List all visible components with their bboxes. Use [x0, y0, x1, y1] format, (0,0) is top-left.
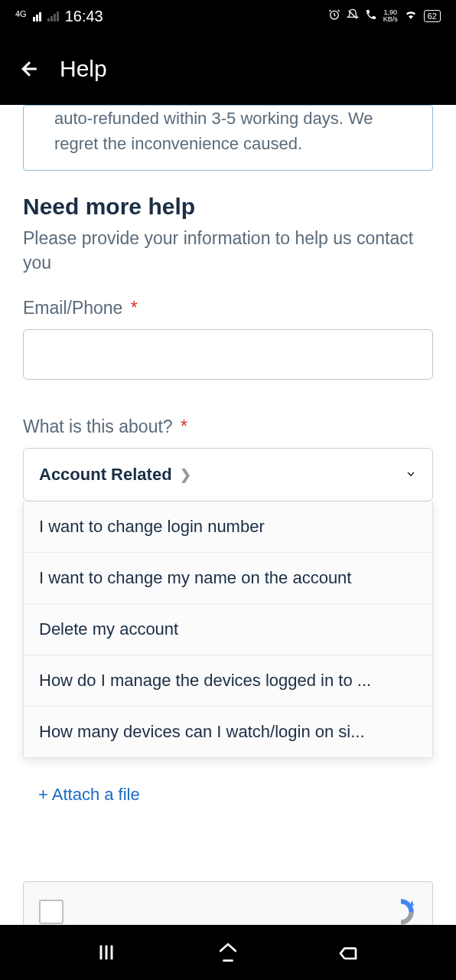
status-bar: 4G 16:43 1,90 KB/s 62 [0, 0, 456, 32]
content-area: auto-refunded within 3-5 working days. W… [0, 105, 456, 942]
signal-bars-secondary-icon [47, 11, 59, 21]
dropdown-option[interactable]: Delete my account [24, 604, 432, 655]
status-left: 4G 16:43 [15, 8, 103, 25]
section-subtitle: Please provide your information to help … [23, 226, 433, 275]
chevron-right-icon: ❯ [180, 466, 191, 483]
alarm-icon [328, 8, 340, 24]
app-header: Help [0, 32, 456, 105]
navigation-bar [0, 925, 456, 980]
recaptcha-checkbox[interactable] [39, 900, 64, 924]
dropdown-option[interactable]: I want to change my name on the account [24, 553, 432, 604]
home-button[interactable] [214, 939, 242, 966]
category-dropdown-list: I want to change login number I want to … [23, 501, 433, 758]
info-message-box: auto-refunded within 3-5 working days. W… [23, 105, 433, 171]
category-dropdown-wrapper: Account Related ❯ I want to change login… [23, 448, 433, 501]
section-title: Need more help [23, 194, 433, 220]
required-asterisk: * [176, 416, 187, 436]
attach-file-link[interactable]: + Attach a file [23, 785, 433, 805]
network-indicator: 4G [15, 9, 27, 18]
back-button-nav[interactable] [336, 939, 363, 966]
email-phone-input[interactable] [23, 329, 433, 380]
dropdown-option[interactable]: I want to change login number [24, 501, 432, 553]
notification-off-icon [347, 8, 359, 24]
back-button[interactable] [18, 57, 41, 80]
page-title: Help [60, 56, 107, 82]
status-time: 16:43 [65, 8, 103, 25]
selected-category-label: Account Related [39, 465, 172, 485]
about-label: What is this about? * [23, 416, 433, 437]
required-asterisk: * [125, 298, 137, 318]
battery-indicator: 62 [424, 10, 441, 22]
category-dropdown[interactable]: Account Related ❯ [23, 448, 433, 501]
phone-icon [365, 8, 377, 24]
chevron-down-icon [405, 465, 417, 485]
recaptcha-logo-icon [385, 896, 417, 928]
status-right: 1,90 KB/s 62 [328, 8, 441, 24]
dropdown-option[interactable]: How many devices can I watch/login on si… [24, 707, 432, 757]
signal-bars-icon [33, 11, 41, 21]
dropdown-option[interactable]: How do I manage the devices logged in to… [24, 655, 432, 707]
recent-apps-button[interactable] [93, 939, 120, 966]
wifi-icon [404, 8, 418, 24]
data-rate: 1,90 KB/s [383, 9, 398, 23]
email-phone-label: Email/Phone * [23, 298, 433, 318]
